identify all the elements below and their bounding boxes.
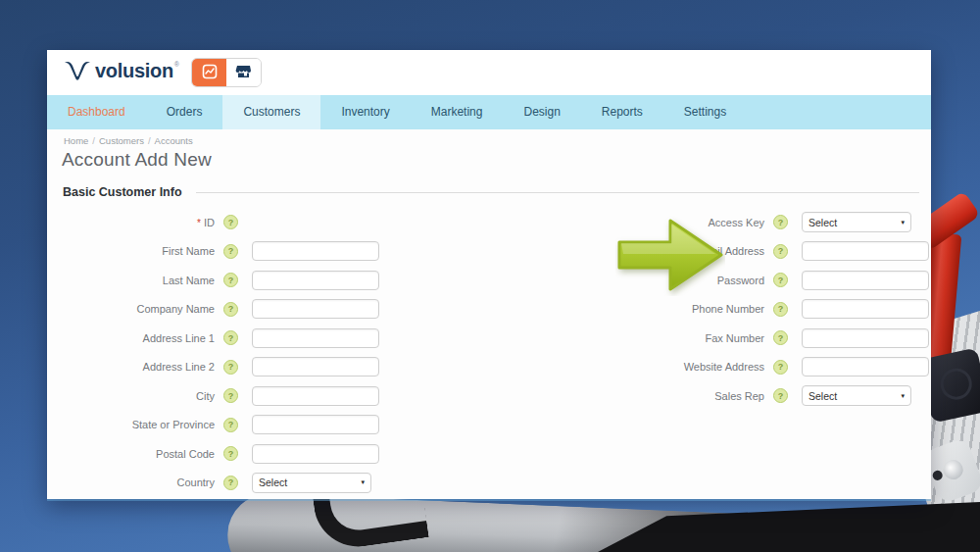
field-label-last-name: Last Name: [63, 275, 215, 286]
tab-settings[interactable]: Settings: [663, 95, 747, 129]
help-icon[interactable]: ?: [223, 360, 238, 375]
tab-marketing[interactable]: Marketing: [411, 95, 504, 129]
chevron-down-icon: ▾: [901, 219, 905, 226]
form-row-website-address: Website Address?: [641, 353, 929, 382]
help-icon[interactable]: ?: [223, 302, 238, 317]
form-row-city: City?: [63, 381, 379, 411]
help-icon[interactable]: ?: [223, 388, 238, 403]
form-row-address-line-1: Address Line 1?: [63, 324, 379, 353]
field-fax-number-input[interactable]: [802, 328, 929, 348]
form-row-state-or-province: State or Province?: [63, 411, 379, 440]
section-rule: [196, 192, 919, 193]
field-label-country: Country: [63, 477, 215, 488]
form-row-fax-number: Fax Number?: [641, 324, 929, 353]
form-row-sales-rep: Sales Rep?Select▾: [641, 381, 929, 411]
breadcrumb-link-home[interactable]: Home: [64, 135, 88, 146]
field-address-line-2-input[interactable]: [252, 357, 379, 376]
form-row-country: Country?Select▾: [63, 469, 379, 498]
field-sales-rep-select[interactable]: Select▾: [802, 385, 911, 406]
field-label-state-or-province: State or Province: [63, 419, 215, 430]
brand-name: volusion: [95, 59, 173, 82]
volusion-logo: volusion ®: [64, 59, 179, 86]
field-password-input[interactable]: [802, 271, 929, 290]
background-photo: volusion ®: [0, 0, 980, 552]
tab-inventory[interactable]: Inventory: [320, 95, 410, 129]
breadcrumb-link-accounts[interactable]: Accounts: [155, 135, 193, 146]
field-e-mail-address-input[interactable]: [802, 241, 929, 261]
field-access-key-select[interactable]: Select▾: [802, 212, 911, 232]
admin-view-button[interactable]: [192, 59, 226, 86]
field-label-phone-number: Phone Number: [641, 303, 764, 315]
tab-reports[interactable]: Reports: [581, 95, 663, 129]
field-label-id: *ID: [63, 217, 215, 228]
breadcrumb: Home/Customers/Accounts: [64, 135, 193, 146]
section-title: Basic Customer Info: [63, 185, 182, 199]
form-row-postal-code: Postal Code?: [63, 439, 379, 469]
highlight-arrow: [615, 216, 725, 296]
help-icon[interactable]: ?: [773, 273, 788, 287]
help-icon[interactable]: ?: [223, 418, 238, 432]
field-country-select[interactable]: Select▾: [252, 473, 371, 493]
field-state-or-province-input[interactable]: [252, 415, 379, 434]
field-address-line-1-input[interactable]: [252, 328, 379, 348]
help-icon[interactable]: ?: [223, 215, 238, 229]
tab-orders[interactable]: Orders: [146, 95, 223, 129]
field-label-fax-number: Fax Number: [641, 332, 764, 344]
field-label-city: City: [63, 390, 215, 402]
field-label-address-line-2: Address Line 2: [63, 361, 215, 373]
chart-icon: [202, 64, 218, 82]
volusion-admin-panel: volusion ®: [47, 50, 931, 499]
help-icon[interactable]: ?: [773, 360, 788, 375]
required-asterisk: *: [197, 218, 201, 228]
field-label-website-address: Website Address: [641, 361, 764, 373]
help-icon[interactable]: ?: [773, 302, 788, 317]
form-column-left: *ID?First Name?Last Name?Company Name?Ad…: [63, 208, 379, 497]
form-row-last-name: Last Name?: [63, 266, 379, 295]
select-value: Select: [808, 390, 837, 402]
form-row-phone-number: Phone Number?: [641, 295, 929, 325]
field-first-name-input[interactable]: [252, 241, 379, 261]
field-phone-number-input[interactable]: [802, 299, 929, 319]
help-icon[interactable]: ?: [223, 476, 238, 490]
select-value: Select: [259, 477, 287, 488]
field-postal-code-input[interactable]: [252, 444, 379, 464]
field-label-company-name: Company Name: [63, 303, 215, 315]
storefront-button[interactable]: [226, 59, 261, 86]
breadcrumb-link-customers[interactable]: Customers: [99, 135, 144, 146]
volusion-v-icon: [64, 59, 91, 86]
field-company-name-input[interactable]: [252, 299, 379, 319]
breadcrumb-separator: /: [92, 135, 95, 146]
form-row-address-line-2: Address Line 2?: [63, 353, 379, 382]
form-row-company-name: Company Name?: [63, 295, 379, 325]
field-label-address-line-1: Address Line 1: [63, 332, 215, 344]
help-icon[interactable]: ?: [223, 446, 238, 461]
field-label-postal-code: Postal Code: [63, 448, 215, 460]
page-title: Account Add New: [62, 149, 212, 171]
field-city-input[interactable]: [252, 386, 379, 406]
select-value: Select: [808, 217, 837, 228]
tab-customers[interactable]: Customers: [222, 95, 320, 129]
form-row-id: *ID?: [63, 208, 379, 237]
help-icon[interactable]: ?: [223, 244, 238, 259]
page-content: Home/Customers/Accounts Account Add New …: [47, 129, 931, 499]
tab-dashboard[interactable]: Dashboard: [47, 95, 146, 129]
field-label-first-name: First Name: [63, 245, 215, 257]
main-nav: DashboardOrdersCustomersInventoryMarketi…: [47, 95, 931, 129]
field-last-name-input[interactable]: [252, 271, 379, 290]
field-website-address-input[interactable]: [802, 357, 929, 376]
form-row-first-name: First Name?: [63, 237, 379, 267]
help-icon[interactable]: ?: [223, 330, 238, 345]
storefront-icon: [235, 64, 252, 82]
help-icon[interactable]: ?: [773, 215, 788, 229]
chevron-down-icon: ▾: [361, 478, 365, 486]
registered-mark: ®: [174, 61, 179, 68]
help-icon[interactable]: ?: [223, 273, 238, 287]
tab-design[interactable]: Design: [503, 95, 580, 129]
panel-header: volusion ®: [47, 50, 931, 95]
header-view-toggle: [191, 58, 262, 87]
breadcrumb-separator: /: [148, 135, 151, 146]
help-icon[interactable]: ?: [773, 244, 788, 259]
help-icon[interactable]: ?: [773, 330, 788, 345]
section-header: Basic Customer Info: [63, 185, 919, 199]
help-icon[interactable]: ?: [773, 388, 788, 403]
